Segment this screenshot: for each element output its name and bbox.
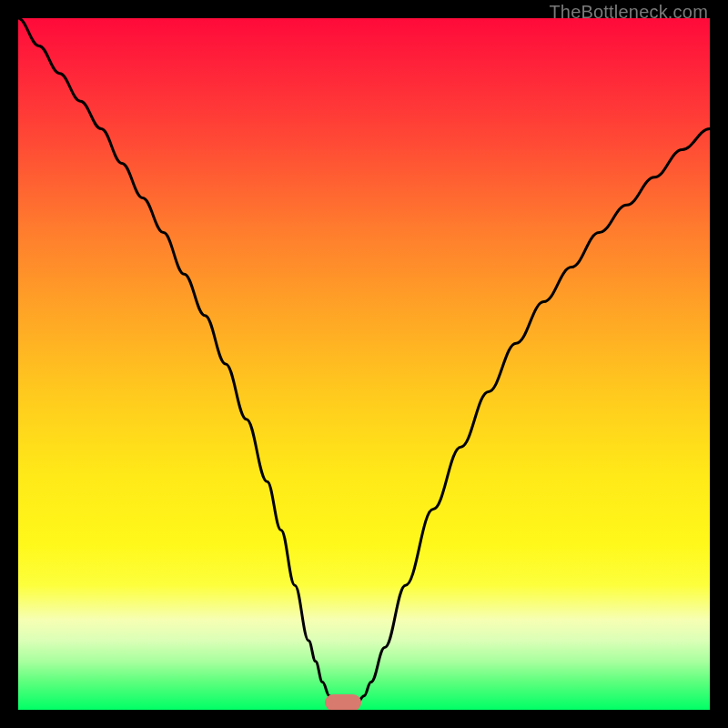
bottleneck-curve	[18, 18, 710, 710]
plot-area	[18, 18, 710, 710]
watermark-text: TheBottleneck.com	[549, 2, 708, 23]
chart-frame: TheBottleneck.com	[0, 0, 728, 728]
optimum-marker	[325, 694, 361, 710]
